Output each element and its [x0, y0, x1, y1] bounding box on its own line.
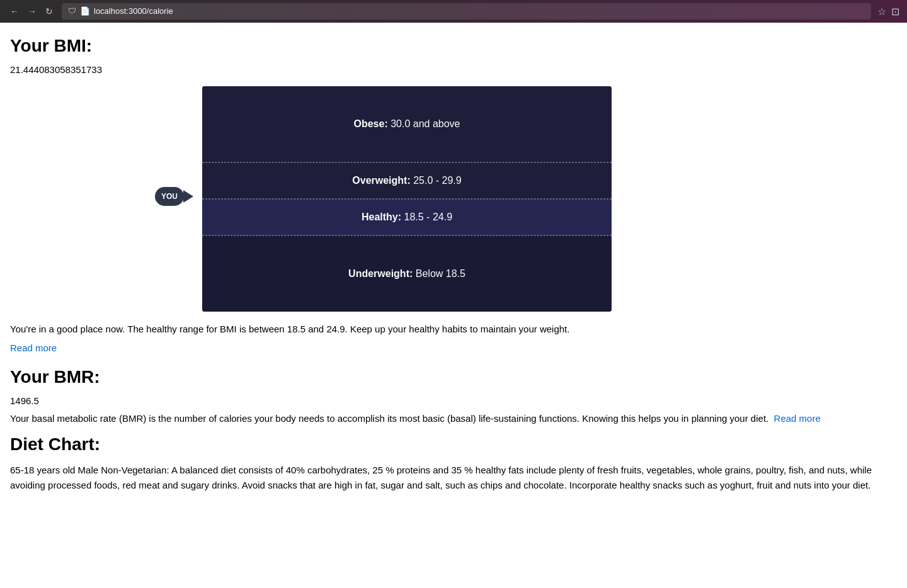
healthy-label: Healthy:	[362, 212, 401, 222]
url-display: localhost:3000/calorie	[94, 5, 173, 18]
browser-actions: ☆ ⊡	[877, 6, 899, 18]
bmr-value: 1496.5	[10, 394, 897, 409]
overweight-range: 25.0 - 29.9	[413, 175, 462, 186]
you-arrow-icon	[183, 190, 193, 203]
bmi-chart: Obese: 30.0 and above Overweight: 25.0 -…	[202, 86, 612, 312]
bmi-row-underweight: Underweight: Below 18.5	[202, 235, 612, 312]
bookmark-button[interactable]: ⊡	[891, 6, 899, 18]
bmi-row-overweight: Overweight: 25.0 - 29.9	[202, 162, 612, 199]
bmi-row-healthy: Healthy: 18.5 - 24.9	[202, 199, 612, 235]
page-content: Your BMI: 21.444083058351733 YOU Obese: …	[0, 23, 907, 503]
underweight-range: Below 18.5	[416, 268, 465, 279]
bmi-read-more-link[interactable]: Read more	[10, 341, 57, 356]
page-icon: 📄	[80, 5, 90, 18]
back-button[interactable]: ←	[8, 5, 21, 18]
bmr-read-more-link[interactable]: Read more	[774, 411, 821, 426]
bmr-title: Your BMR:	[10, 364, 897, 390]
diet-description: 65-18 years old Male Non-Vegetarian: A b…	[10, 463, 897, 493]
browser-toolbar: ← → ↻ 🛡 📄 localhost:3000/calorie ☆ ⊡	[0, 0, 907, 23]
bmi-chart-container: YOU Obese: 30.0 and above Overweight: 25…	[202, 86, 612, 312]
bmi-row-obese: Obese: 30.0 and above	[202, 86, 612, 162]
reload-button[interactable]: ↻	[43, 5, 55, 18]
star-button[interactable]: ☆	[877, 6, 886, 18]
bmr-description: Your basal metabolic rate (BMR) is the n…	[10, 411, 897, 426]
obese-label: Obese:	[353, 118, 387, 129]
healthy-range: 18.5 - 24.9	[404, 212, 453, 222]
obese-range: 30.0 and above	[391, 118, 460, 129]
browser-nav: ← → ↻	[8, 5, 55, 18]
address-bar[interactable]: 🛡 📄 localhost:3000/calorie	[62, 3, 871, 20]
you-label: YOU	[161, 191, 178, 202]
bmi-value: 21.444083058351733	[10, 63, 897, 77]
overweight-label: Overweight:	[352, 175, 410, 186]
underweight-label: Underweight:	[348, 268, 413, 279]
you-indicator: YOU	[155, 187, 193, 206]
bmr-description-text: Your basal metabolic rate (BMR) is the n…	[10, 413, 768, 424]
shield-icon: 🛡	[68, 5, 76, 18]
you-badge: YOU	[155, 187, 184, 206]
diet-title: Diet Chart:	[10, 431, 897, 458]
bmi-title: Your BMI:	[10, 33, 897, 59]
forward-button[interactable]: →	[25, 5, 39, 18]
bmi-description: You're in a good place now. The healthy …	[10, 322, 897, 337]
